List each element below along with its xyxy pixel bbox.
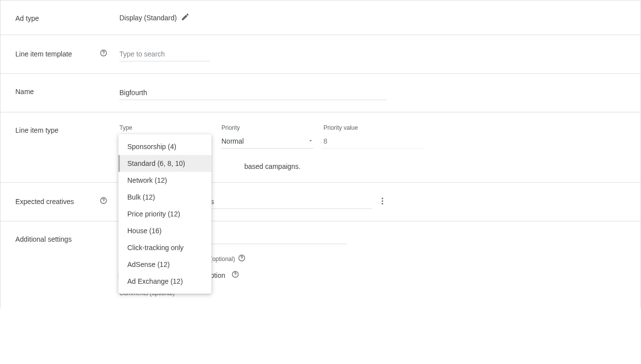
type-field-label: Type <box>119 124 212 131</box>
help-icon[interactable] <box>100 49 107 58</box>
template-label: Line item template <box>15 50 72 58</box>
svg-point-4 <box>382 198 383 199</box>
type-option[interactable]: AdSense (12) <box>118 256 212 273</box>
type-option[interactable]: Ad Exchange (12) <box>118 273 212 290</box>
ad-type-value: Display (Standard) <box>119 14 177 22</box>
priority-select[interactable]: Normal <box>221 135 314 149</box>
name-input[interactable] <box>119 86 387 100</box>
help-icon[interactable] <box>238 254 246 263</box>
type-option[interactable]: Click-tracking only <box>118 239 212 256</box>
edit-icon[interactable] <box>181 12 190 23</box>
type-option[interactable]: House (16) <box>118 222 212 239</box>
priority-value-input[interactable] <box>323 135 423 149</box>
name-label: Name <box>15 86 119 96</box>
priority-value-field-label: Priority value <box>323 124 423 131</box>
type-option[interactable]: Bulk (12) <box>118 189 212 206</box>
type-option[interactable]: Network (12) <box>118 172 212 189</box>
svg-point-10 <box>235 276 235 276</box>
type-option[interactable]: Sponsorship (4) <box>118 138 212 155</box>
type-description-text: based campaigns. <box>244 162 301 170</box>
line-item-type-label: Line item type <box>15 124 119 134</box>
expected-label: Expected creatives <box>15 198 74 206</box>
ad-type-label: Ad type <box>15 12 119 22</box>
type-option[interactable]: Price priority (12) <box>118 206 212 222</box>
priority-selected-value: Normal <box>221 137 244 145</box>
help-icon[interactable] <box>100 197 107 206</box>
svg-point-8 <box>242 260 242 260</box>
additional-label: Additional settings <box>15 233 119 243</box>
priority-field-label: Priority <box>221 124 314 131</box>
more-vert-icon[interactable] <box>378 197 387 207</box>
type-option[interactable]: Standard (6, 8, 10) <box>118 155 212 172</box>
template-search-input[interactable] <box>119 47 210 61</box>
svg-point-3 <box>103 202 104 203</box>
svg-point-1 <box>103 54 104 55</box>
svg-point-5 <box>382 201 383 202</box>
svg-point-6 <box>382 203 383 205</box>
chevron-down-icon <box>308 137 314 145</box>
type-dropdown-menu: Sponsorship (4) Standard (6, 8, 10) Netw… <box>118 134 212 294</box>
help-icon[interactable] <box>231 270 239 280</box>
